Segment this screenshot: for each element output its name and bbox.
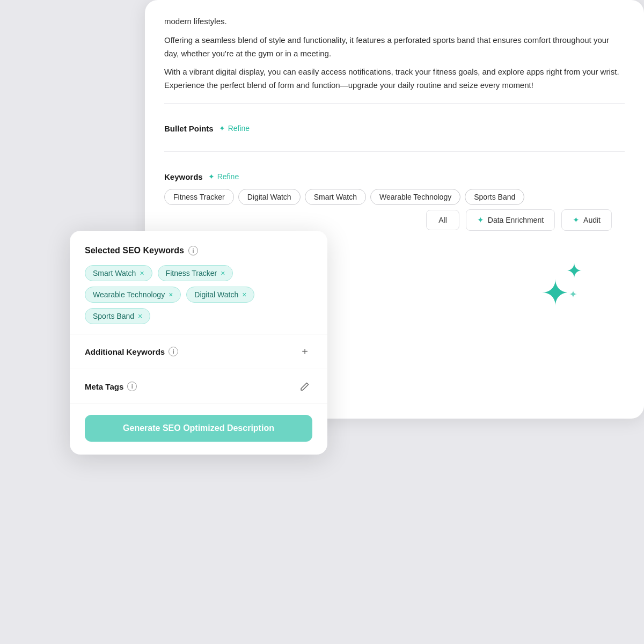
desc-para-2: Offering a seamless blend of style and f… (164, 34, 625, 61)
desc-para-1: modern lifestyles. (164, 15, 625, 28)
seo-keywords-title: Selected SEO Keywords i (85, 246, 312, 255)
bullet-points-refine-button[interactable]: ✦ Refine (219, 124, 250, 133)
bullet-points-label: Bullet Points (164, 124, 214, 133)
data-enrichment-button[interactable]: ✦ Data Enrichment (466, 209, 555, 231)
bullet-points-row: Bullet Points ✦ Refine (164, 114, 625, 141)
remove-chip-button[interactable]: × (221, 269, 225, 277)
additional-keywords-row: Additional Keywords i + (85, 334, 312, 369)
sparkle-icon-1: ✦ (219, 124, 225, 133)
sparkle-icon-3: ✦ (477, 215, 484, 225)
sparkle-icon-2: ✦ (208, 172, 215, 181)
selected-seo-keywords: Smart Watch×Fitness Tracker×Wearable Tec… (85, 265, 312, 324)
keyword-chip: Smart Watch (305, 189, 366, 205)
info-icon-2[interactable]: i (169, 347, 178, 356)
additional-keywords-label: Additional Keywords i (85, 347, 178, 356)
all-tab-button[interactable]: All (426, 210, 459, 230)
meta-tags-row: Meta Tags i (85, 369, 312, 404)
meta-tags-label: Meta Tags i (85, 382, 137, 391)
remove-chip-button[interactable]: × (140, 269, 144, 277)
info-icon-3[interactable]: i (127, 382, 137, 391)
desc-para-3: With a vibrant digital display, you can … (164, 65, 625, 92)
selected-keyword-chip: Fitness Tracker× (158, 265, 233, 281)
keyword-chip: Sports Band (465, 189, 524, 205)
remove-chip-button[interactable]: × (138, 312, 142, 320)
seo-keywords-card: Selected SEO Keywords i Smart Watch×Fitn… (70, 231, 327, 455)
add-keyword-button[interactable]: + (297, 344, 312, 359)
keywords-row: Keywords ✦ Refine (164, 163, 625, 189)
info-icon-1[interactable]: i (188, 246, 198, 255)
generate-seo-button[interactable]: Generate SEO Optimized Description (85, 415, 312, 442)
sparkle-icon-4: ✦ (573, 215, 580, 225)
keyword-chip: Digital Watch (238, 189, 301, 205)
edit-meta-tags-button[interactable] (297, 379, 312, 394)
remove-chip-button[interactable]: × (242, 291, 246, 298)
remove-chip-button[interactable]: × (169, 291, 173, 298)
keywords-refine-button[interactable]: ✦ Refine (208, 172, 239, 181)
keywords-label: Keywords (164, 172, 203, 181)
selected-keyword-chip: Smart Watch× (85, 265, 152, 281)
keyword-chip: Wearable Technology (370, 189, 460, 205)
selected-keyword-chip: Sports Band× (85, 308, 150, 324)
sparkles-decoration (526, 258, 590, 322)
right-action-buttons: All ✦ Data Enrichment ✦ Audit (426, 209, 612, 231)
keyword-chip: Fitness Tracker (164, 189, 234, 205)
selected-keyword-chip: Digital Watch× (186, 287, 254, 303)
selected-keyword-chip: Wearable Technology× (85, 287, 181, 303)
audit-button[interactable]: ✦ Audit (561, 209, 612, 231)
